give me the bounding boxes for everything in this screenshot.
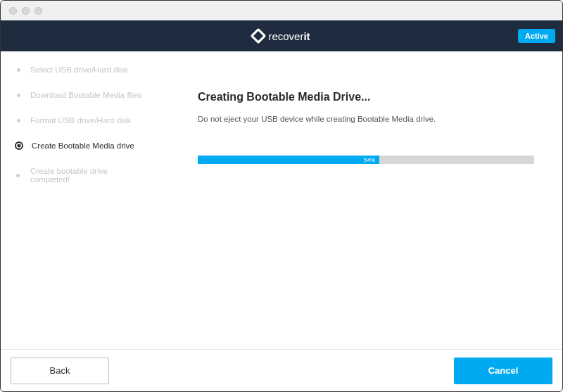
main-panel: Creating Bootable Media Drive... Do not … — [148, 51, 562, 349]
step-label: Create bootable drive completed! — [30, 167, 148, 184]
brand-logo: recoverit — [253, 30, 310, 42]
brand-text-prefix: recover — [268, 30, 303, 42]
step-item: Create bootable drive completed! — [15, 167, 148, 184]
step-dot-icon — [15, 91, 22, 99]
app-header: recoverit Active — [1, 20, 562, 51]
step-label: Select USB drive/Hard disk — [30, 65, 128, 74]
minimize-window-icon[interactable] — [22, 7, 30, 15]
content-area: Select USB drive/Hard diskDownload Boota… — [1, 51, 562, 349]
maximize-window-icon[interactable] — [34, 7, 42, 15]
close-window-icon[interactable] — [9, 7, 17, 15]
step-item: Format USB drive/Hard disk — [15, 116, 148, 125]
cancel-button[interactable]: Cancel — [454, 358, 552, 384]
step-label: Create Bootable Media drive — [32, 141, 134, 150]
step-item: Create Bootable Media drive — [15, 141, 148, 150]
step-dot-icon — [15, 117, 22, 124]
brand-icon — [251, 28, 267, 44]
step-item: Download Bootable Media files — [15, 91, 148, 99]
main-title: Creating Bootable Media Drive... — [198, 91, 534, 103]
step-label: Format USB drive/Hard disk — [30, 116, 131, 125]
step-dot-icon — [15, 172, 22, 179]
back-button[interactable]: Back — [11, 358, 109, 384]
radio-selected-icon — [15, 141, 23, 150]
footer-bar: Back Cancel — [1, 349, 562, 391]
step-dot-icon — [15, 66, 22, 73]
progress-percent-label: 54% — [364, 157, 375, 163]
steps-sidebar: Select USB drive/Hard diskDownload Boota… — [1, 51, 148, 349]
brand-text-suffix: it — [303, 30, 310, 42]
main-subtitle: Do not eject your USB device while creat… — [198, 115, 534, 123]
progress-fill: 54% — [198, 156, 379, 164]
active-button[interactable]: Active — [518, 29, 555, 43]
step-label: Download Bootable Media files — [30, 91, 141, 99]
step-item: Select USB drive/Hard disk — [15, 65, 148, 74]
window-titlebar — [1, 1, 562, 20]
progress-bar: 54% — [198, 156, 534, 164]
